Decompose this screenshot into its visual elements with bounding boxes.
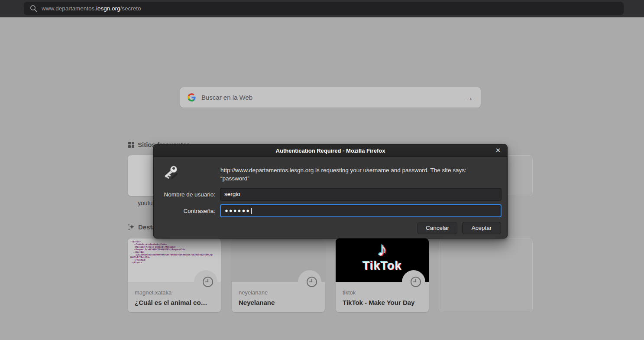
google-g-icon: [188, 93, 196, 101]
history-clock-icon: [410, 276, 421, 288]
dialog-titlebar[interactable]: Authentication Required - Mozilla Firefo…: [154, 144, 507, 157]
highlight-card-tiktok[interactable]: ♪ TikTok tiktok TikTok - Make Your Day: [336, 239, 429, 312]
history-clock-icon: [202, 276, 214, 288]
password-dots: ●●●●●●: [225, 207, 250, 214]
key-icon: [162, 163, 180, 181]
username-field[interactable]: sergio: [220, 188, 502, 201]
cancel-button[interactable]: Cancelar: [417, 222, 457, 234]
url-path: /secreto: [120, 5, 141, 12]
url-bar[interactable]: www.departamentos.iesgn.org/secreto: [24, 2, 624, 15]
password-label: Contraseña:: [154, 208, 215, 214]
search-placeholder: Buscar en la Web: [201, 94, 252, 101]
highlight-empty-slot[interactable]: [440, 239, 533, 312]
close-icon[interactable]: ✕: [494, 146, 502, 155]
dialog-message-line1: http://www.departamentos.iesgn.org is re…: [220, 166, 494, 174]
web-search-box[interactable]: Buscar en la Web →: [180, 87, 481, 108]
dialog-message: http://www.departamentos.iesgn.org is re…: [220, 166, 494, 183]
card-title: ¿Cuál es el animal co…: [135, 299, 214, 306]
password-field[interactable]: ●●●●●●: [220, 204, 502, 217]
dialog-message-line2: “password”: [220, 174, 494, 183]
username-label: Nombre de usuario:: [154, 191, 215, 198]
card-title: TikTok - Make Your Day: [343, 299, 422, 306]
url-text: www.departamentos.iesgn.org/secreto: [42, 5, 141, 12]
history-clock-icon: [306, 276, 317, 288]
text-caret: [251, 208, 252, 214]
card-title: Neyelanane: [239, 299, 318, 306]
search-icon: [30, 5, 37, 12]
accept-button[interactable]: Aceptar: [462, 222, 501, 234]
dialog-title: Authentication Required - Mozilla Firefo…: [276, 147, 385, 154]
tiktok-wordmark: TikTok: [362, 260, 402, 272]
highlight-card-xataka[interactable]: -<Error> <Code>AccessDenied</Code> <Mess…: [128, 239, 221, 312]
tiktok-note-icon: ♪: [377, 239, 387, 260]
sparkle-icon: [128, 224, 135, 230]
url-domain: iesgn.org: [96, 5, 120, 12]
xml-error-preview: -<Error> <Code>AccessDenied</Code> <Mess…: [128, 239, 214, 264]
url-prefix: www.departamentos.: [42, 5, 96, 12]
auth-dialog: Authentication Required - Mozilla Firefo…: [153, 144, 508, 239]
grid-icon: [128, 142, 134, 148]
username-value: sergio: [224, 191, 240, 197]
browser-toolbar: www.departamentos.iesgn.org/secreto: [0, 0, 644, 17]
arrow-right-icon[interactable]: →: [463, 92, 475, 103]
highlight-card-neyelanane[interactable]: neyelanane Neyelanane: [232, 239, 325, 312]
